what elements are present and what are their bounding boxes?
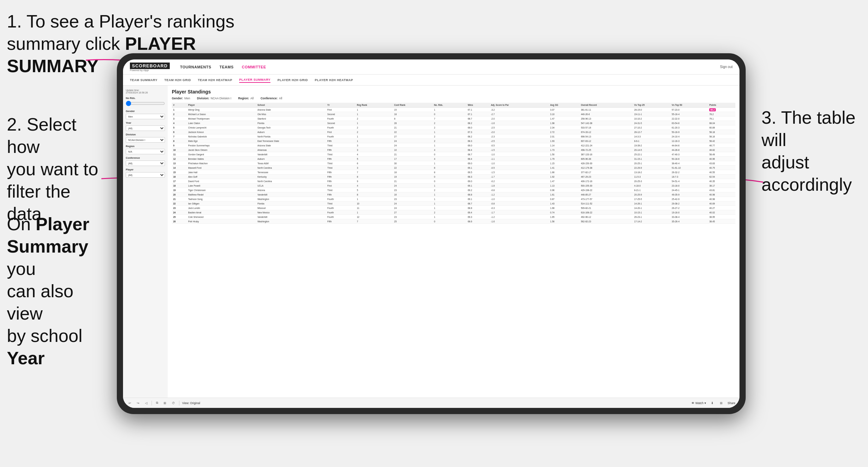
watch-label: Watch	[695, 401, 704, 405]
cell-yr: Second	[326, 121, 356, 125]
cell-conf-rank: 8	[393, 116, 433, 121]
cell-conf-rank: 24	[393, 206, 433, 210]
nav-committee[interactable]: COMMITTEE	[242, 64, 266, 70]
cell-yr: Fourth	[326, 215, 356, 219]
cell-player: Petr Hruby	[187, 219, 256, 224]
cell-avg-sg: 0.87	[549, 197, 579, 201]
table-row: 15 Jake Hall Tennessee Fifth 7 18 8 69.5…	[172, 170, 735, 175]
player-label: Player	[126, 168, 165, 171]
cell-player: Jake Hall	[187, 170, 256, 175]
sign-out-link[interactable]: Sign out	[720, 65, 733, 69]
table-area: Player Standings Gender: Men Division: N…	[168, 86, 739, 398]
sidebar-region-section: Region N/A All	[126, 145, 165, 154]
table-row: 8 Mats Ege East Tennessee State Fifth 1 …	[172, 139, 735, 143]
toolbar-grid[interactable]: ⊞	[162, 401, 168, 405]
toolbar-view-label[interactable]: View: Original	[182, 401, 200, 405]
cell-rank: 14	[172, 166, 187, 170]
table-row: 9 Preston Summerhays Arizona State Third…	[172, 143, 735, 148]
cell-adj: -1.5	[489, 170, 549, 175]
nav-tournaments[interactable]: TOURNAMENTS	[180, 64, 211, 70]
cell-reg-rank: 9	[355, 179, 393, 184]
cell-reg-rank: 5	[355, 157, 393, 161]
cell-adj: -1.7	[489, 210, 549, 215]
sub-nav-player-h2h-heatmap[interactable]: PLAYER H2H HEATMAP	[315, 78, 353, 82]
cell-avg-sg: 1.14	[549, 143, 579, 148]
toolbar-redo[interactable]: ↪	[135, 401, 141, 405]
toolbar-watch-btn[interactable]: 👁 Watch ▾	[691, 401, 706, 405]
cell-conf-rank: 18	[393, 112, 433, 116]
cell-points: 58.49	[708, 152, 735, 157]
year-select[interactable]: (All) First Second Third Fourth Fifth	[126, 125, 165, 131]
conference-select[interactable]: (All)	[126, 160, 165, 166]
cell-vs50: 33-38-4	[670, 215, 708, 219]
cell-overall: 492-96-12	[579, 215, 633, 219]
cell-adj: -3.2	[489, 108, 549, 112]
player-select[interactable]: (All)	[126, 172, 165, 178]
main-content: Update time: 27/03/2024 16:56:26 No Rds.…	[123, 86, 739, 398]
cell-vs25: 31-15-1	[633, 157, 670, 161]
cell-overall: 440-26-6	[579, 112, 633, 116]
cell-conf-rank: 22	[393, 166, 433, 170]
cell-rds: 1	[433, 215, 466, 219]
toolbar-share-btn[interactable]: Share	[727, 401, 735, 405]
cell-yr: Fifth	[326, 157, 356, 161]
toolbar-clock[interactable]: ⏱	[170, 401, 176, 405]
cell-overall: 467-29-23	[579, 175, 633, 179]
sub-nav-player-summary[interactable]: PLAYER SUMMARY	[239, 77, 270, 83]
cell-vs50: 12-16-3	[670, 139, 708, 143]
sub-nav-team-h2h-grid[interactable]: TEAM H2H GRID	[164, 78, 191, 82]
cell-rank: 15	[172, 170, 187, 175]
sub-nav-team-h2h-heatmap[interactable]: TEAM H2H HEATMAP	[198, 78, 232, 82]
cell-school: Auburn	[256, 130, 326, 134]
cell-overall: 473-177-57	[579, 197, 633, 201]
division-select[interactable]: NCAA Division I NCAA Division II NCAA Di…	[126, 137, 165, 143]
cell-vs25: 28-12-7	[633, 130, 670, 134]
no-rids-slider[interactable]	[126, 101, 165, 106]
cell-wins: 67.1	[466, 112, 489, 116]
nav-bar: SCOREBOARD Powered by clippi TOURNAMENTS…	[123, 59, 739, 75]
cell-vs50: 51-61-10	[670, 166, 708, 170]
cell-yr: First	[326, 184, 356, 188]
toolbar-download[interactable]: ⬇	[710, 401, 715, 405]
sub-nav-team-summary[interactable]: TEAM SUMMARY	[130, 78, 157, 82]
cell-rds: 1	[433, 201, 466, 206]
cell-avg-sg: 1.56	[549, 219, 579, 224]
cell-rds: 0	[433, 175, 466, 179]
cell-wins: 68.8	[466, 206, 489, 210]
cell-conf-rank: 30	[393, 161, 433, 166]
table-row: 13 Phichakun Maichon Texas A&M Third 6 3…	[172, 161, 735, 166]
cell-avg-sg: 1.92	[549, 175, 579, 179]
cell-vs25: 20-25-1	[633, 161, 670, 166]
cell-rank: 7	[172, 134, 187, 139]
table-row: 25 Cole Sherwood Vanderbilt Fourth 12 23…	[172, 215, 735, 219]
cell-vs50: 44-28-8	[670, 148, 708, 152]
annotation-byschool: by school	[7, 326, 82, 346]
annotation-year-bold: Year	[7, 348, 45, 368]
filter-conference: Conference: All	[260, 97, 282, 100]
cell-vs25: 17-25-5	[633, 197, 670, 201]
cell-adj: -2.5	[489, 125, 549, 130]
cell-wins: 68.6	[466, 219, 489, 224]
cell-avg-sg: 1.41	[549, 166, 579, 170]
cell-vs25: 14-20-1	[633, 206, 670, 210]
toolbar-undo[interactable]: ↩	[127, 401, 133, 405]
toolbar-settings[interactable]: ⊞	[719, 401, 724, 405]
cell-points: 40.55	[708, 170, 735, 175]
cell-adj: -2.0	[489, 116, 549, 121]
cell-reg-rank: 12	[355, 215, 393, 219]
nav-teams[interactable]: TEAMS	[220, 64, 234, 70]
cell-player: David Ford	[187, 179, 256, 184]
watch-chevron: ▾	[704, 401, 706, 405]
toolbar-copy[interactable]: ⧉	[155, 400, 159, 405]
cell-yr: Fifth	[326, 192, 356, 197]
sub-nav-player-h2h-grid[interactable]: PLAYER H2H GRID	[277, 78, 308, 82]
cell-adj: -2.0	[489, 130, 549, 134]
toolbar-back[interactable]: ◁	[144, 401, 149, 405]
cell-vs50: 50-16-9	[670, 130, 708, 134]
cell-reg-rank: 5	[355, 188, 393, 192]
gender-select[interactable]: Men Women	[126, 114, 165, 119]
sidebar-division-section: Division NCAA Division I NCAA Division I…	[126, 133, 165, 143]
cell-vs50: 18-7-3	[670, 175, 708, 179]
region-select[interactable]: N/A All	[126, 149, 165, 154]
cell-player: Michael Thorbjornsen	[187, 116, 256, 121]
